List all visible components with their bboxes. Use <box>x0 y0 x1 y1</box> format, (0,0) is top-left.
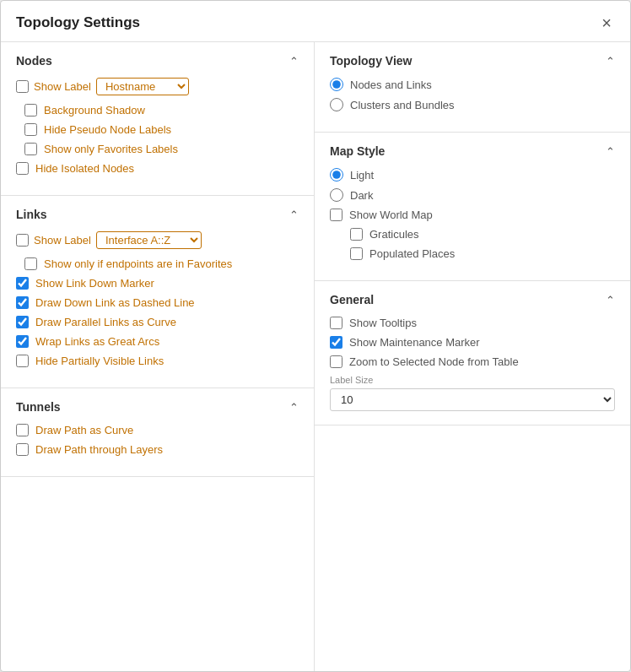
links-show-link-down-row: Show Link Down Marker <box>16 277 299 290</box>
tunnels-draw-path-layers-checkbox[interactable] <box>16 443 29 456</box>
tunnels-section-chevron[interactable]: ⌃ <box>289 401 299 414</box>
nodes-background-shadow-row: Background Shadow <box>24 104 299 117</box>
nodes-background-shadow-checkbox[interactable] <box>24 104 37 117</box>
nodes-show-only-favorites-row: Show only Favorites Labels <box>24 143 299 155</box>
general-section: General ⌃ Show Tooltips Show Maintenance… <box>315 281 630 425</box>
nodes-hide-isolated-label: Hide Isolated Nodes <box>35 162 134 175</box>
close-button[interactable]: × <box>598 13 615 33</box>
nodes-hostname-dropdown[interactable]: Hostname IP Address Label <box>96 78 189 95</box>
nodes-show-label-checkbox[interactable] <box>16 80 29 93</box>
links-show-link-down-label: Show Link Down Marker <box>35 277 154 290</box>
tunnels-draw-path-curve-label: Draw Path as Curve <box>35 424 133 436</box>
links-section-title: Links <box>16 208 47 221</box>
nodes-section-chevron[interactable]: ⌃ <box>289 55 299 68</box>
links-show-label-row: Show Label Interface A::Z Interface A In… <box>16 231 299 249</box>
links-draw-parallel-checkbox[interactable] <box>16 316 29 328</box>
links-hide-partial-label: Hide Partially Visible Links <box>35 355 164 367</box>
links-section-header: Links ⌃ <box>16 208 299 221</box>
links-wrap-links-row: Wrap Links as Great Arcs <box>16 335 299 348</box>
nodes-hide-pseudo-row: Hide Pseudo Node Labels <box>24 123 299 136</box>
topology-clusters-bundles-radio[interactable] <box>330 98 343 111</box>
map-style-section: Map Style ⌃ Light Dark Show World Map <box>315 133 630 281</box>
general-show-maintenance-row: Show Maintenance Marker <box>330 336 615 349</box>
map-style-light-label: Light <box>350 169 374 182</box>
map-style-light-row: Light <box>330 168 615 182</box>
general-show-tooltips-label: Show Tooltips <box>349 317 417 329</box>
map-graticules-label: Graticules <box>369 228 419 241</box>
nodes-show-label-text: Show Label <box>34 80 91 93</box>
general-zoom-selected-row: Zoom to Selected Node from Table <box>330 355 615 368</box>
topology-clusters-bundles-row: Clusters and Bundles <box>330 98 615 111</box>
topology-nodes-links-row: Nodes and Links <box>330 78 615 91</box>
links-show-label-checkbox[interactable] <box>16 234 29 247</box>
general-section-title: General <box>330 293 374 306</box>
links-hide-partial-row: Hide Partially Visible Links <box>16 355 299 367</box>
map-style-dark-label: Dark <box>350 189 373 202</box>
map-style-dark-row: Dark <box>330 188 615 202</box>
label-size-wrapper: Label Size 8 9 10 11 12 14 <box>330 375 615 411</box>
links-section-chevron[interactable]: ⌃ <box>289 209 299 221</box>
links-hide-partial-checkbox[interactable] <box>16 355 29 367</box>
dialog-body: Nodes ⌃ Show Label Hostname IP Address L… <box>1 42 630 671</box>
topology-view-section-title: Topology View <box>330 54 413 68</box>
links-show-only-endpoints-label: Show only if endpoints are in Favorites <box>44 257 232 270</box>
links-show-only-endpoints-row: Show only if endpoints are in Favorites <box>24 257 299 270</box>
map-populated-places-label: Populated Places <box>369 247 455 260</box>
topology-nodes-links-radio[interactable] <box>330 78 343 91</box>
nodes-show-only-favorites-checkbox[interactable] <box>24 143 37 155</box>
nodes-hide-pseudo-checkbox[interactable] <box>24 123 37 136</box>
dialog-header: Topology Settings × <box>1 1 630 42</box>
tunnels-draw-path-layers-row: Draw Path through Layers <box>16 443 299 456</box>
links-draw-down-dashed-checkbox[interactable] <box>16 296 29 309</box>
right-panel: Topology View ⌃ Nodes and Links Clusters… <box>315 42 630 671</box>
topology-view-section-header: Topology View ⌃ <box>330 54 615 68</box>
dialog-title: Topology Settings <box>16 14 140 31</box>
links-draw-down-dashed-row: Draw Down Link as Dashed Line <box>16 296 299 309</box>
general-show-maintenance-label: Show Maintenance Marker <box>349 336 480 349</box>
topology-settings-dialog: Topology Settings × Nodes ⌃ Show Label H… <box>0 0 631 672</box>
nodes-hide-isolated-checkbox[interactable] <box>16 162 29 175</box>
map-show-world-map-label: Show World Map <box>349 209 433 221</box>
nodes-background-shadow-label: Background Shadow <box>44 104 145 117</box>
topology-view-chevron[interactable]: ⌃ <box>606 55 615 68</box>
general-section-header: General ⌃ <box>330 293 615 306</box>
map-graticules-checkbox[interactable] <box>350 228 363 241</box>
links-wrap-links-checkbox[interactable] <box>16 335 29 348</box>
links-show-label-text: Show Label <box>34 234 91 247</box>
nodes-section-header: Nodes ⌃ <box>16 54 299 68</box>
map-style-section-header: Map Style ⌃ <box>330 144 615 158</box>
topology-view-section: Topology View ⌃ Nodes and Links Clusters… <box>315 42 630 133</box>
links-wrap-links-label: Wrap Links as Great Arcs <box>35 335 159 348</box>
map-show-world-map-row: Show World Map <box>330 209 615 221</box>
links-draw-down-dashed-label: Draw Down Link as Dashed Line <box>35 296 195 309</box>
map-style-chevron[interactable]: ⌃ <box>606 145 615 158</box>
general-section-chevron[interactable]: ⌃ <box>606 294 615 306</box>
map-style-light-radio[interactable] <box>330 168 343 182</box>
label-size-select[interactable]: 8 9 10 11 12 14 <box>330 388 615 411</box>
map-populated-places-checkbox[interactable] <box>350 247 363 260</box>
tunnels-draw-path-curve-row: Draw Path as Curve <box>16 424 299 436</box>
tunnels-draw-path-curve-checkbox[interactable] <box>16 424 29 436</box>
general-show-maintenance-checkbox[interactable] <box>330 336 342 349</box>
links-draw-parallel-label: Draw Parallel Links as Curve <box>35 316 176 328</box>
map-style-dark-radio[interactable] <box>330 188 343 202</box>
map-show-world-map-checkbox[interactable] <box>330 209 342 221</box>
topology-nodes-links-label: Nodes and Links <box>350 79 432 91</box>
left-panel: Nodes ⌃ Show Label Hostname IP Address L… <box>1 42 315 671</box>
links-section: Links ⌃ Show Label Interface A::Z Interf… <box>1 196 314 388</box>
links-interface-dropdown[interactable]: Interface A::Z Interface A Interface Z <box>96 231 202 249</box>
tunnels-draw-path-layers-label: Draw Path through Layers <box>35 443 163 456</box>
tunnels-section: Tunnels ⌃ Draw Path as Curve Draw Path t… <box>1 388 314 477</box>
general-zoom-selected-checkbox[interactable] <box>330 355 342 368</box>
nodes-section: Nodes ⌃ Show Label Hostname IP Address L… <box>1 42 314 196</box>
nodes-hide-pseudo-label: Hide Pseudo Node Labels <box>44 123 171 136</box>
map-graticules-row: Graticules <box>350 228 615 241</box>
map-style-section-title: Map Style <box>330 144 385 158</box>
links-draw-parallel-row: Draw Parallel Links as Curve <box>16 316 299 328</box>
nodes-hide-isolated-row: Hide Isolated Nodes <box>16 162 299 175</box>
general-show-tooltips-checkbox[interactable] <box>330 317 342 329</box>
links-show-link-down-checkbox[interactable] <box>16 277 29 290</box>
nodes-show-only-favorites-label: Show only Favorites Labels <box>44 143 178 155</box>
links-show-only-endpoints-checkbox[interactable] <box>24 257 37 270</box>
general-zoom-selected-label: Zoom to Selected Node from Table <box>349 355 519 368</box>
